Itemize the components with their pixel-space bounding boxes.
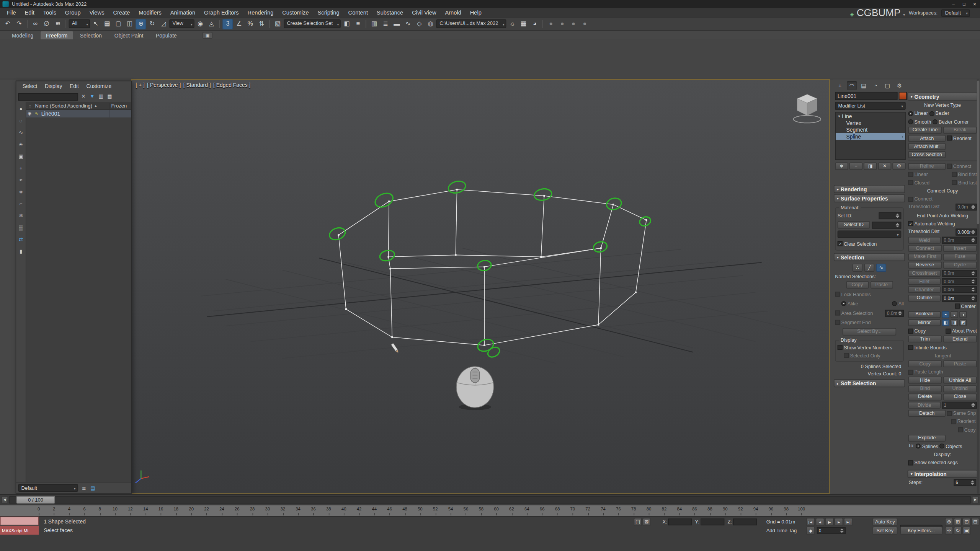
detach-button[interactable]: Detach [908, 410, 946, 417]
area-selection-field[interactable]: 0.0m [885, 310, 904, 316]
tab-utilities[interactable]: ⚙ [894, 81, 904, 90]
explorer-menu-edit[interactable]: Edit [66, 83, 83, 89]
stack-item-line[interactable]: ▾ Line [836, 112, 905, 119]
geometry-rollout-header[interactable]: ▾ Geometry [908, 93, 978, 101]
redo-icon[interactable]: ↷ [14, 18, 24, 29]
menu-edit[interactable]: Edit [20, 9, 39, 15]
threshold-dist-field[interactable]: 0.0m [956, 204, 977, 211]
copy-button[interactable]: Copy [846, 281, 869, 289]
object-name-field[interactable]: Line001 [835, 92, 897, 100]
timeline-ruler[interactable]: 0246810121416182022242628303234363840424… [0, 505, 980, 516]
render-production-icon[interactable]: ◕ [529, 18, 540, 29]
connect-button[interactable]: Connect [908, 245, 942, 252]
menu-substance[interactable]: Substance [372, 9, 407, 15]
select-by-name-icon[interactable]: ▤ [102, 18, 113, 29]
menu-civil-view[interactable]: Civil View [408, 9, 441, 15]
break-button[interactable]: Break [943, 127, 977, 134]
unbind-button[interactable]: Unbind [943, 385, 977, 392]
mirror-button[interactable]: Mirror [908, 319, 941, 326]
objects-radio[interactable]: Objects [939, 443, 962, 450]
vertex-icon[interactable]: ∴ [853, 264, 862, 272]
linear-radio[interactable]: Linear [908, 110, 928, 117]
use-center-flyout-icon[interactable]: ◉ [195, 18, 206, 29]
connect-checkbox[interactable]: Connect [947, 163, 971, 170]
reverse-button[interactable]: Reverse [908, 262, 942, 269]
hide-button[interactable]: Hide [908, 377, 942, 384]
reorient-checkbox[interactable]: Reorient [951, 419, 975, 424]
selection-rollout-header[interactable]: ▾ Selection [834, 253, 905, 261]
make-unique-icon[interactable]: ◨ [864, 162, 877, 170]
spinner-icon[interactable] [898, 310, 902, 316]
add-time-tag[interactable]: Add Time Tag [766, 528, 797, 534]
extend-button[interactable]: Extend [943, 336, 977, 342]
isolate-selection-toggle-icon[interactable]: ▢ [634, 518, 642, 526]
scrollbar-thumb[interactable] [977, 81, 980, 225]
delete-button[interactable]: Delete [908, 393, 942, 400]
menu-modifiers[interactable]: Modifiers [134, 9, 166, 15]
chamfer-button[interactable]: Chamfer [908, 286, 941, 293]
paste-button[interactable]: Paste [943, 360, 977, 367]
project-folder-field[interactable]: C:\Users\UI...ds Max 2022 [436, 20, 506, 28]
menu-file[interactable]: File [3, 9, 21, 15]
area-selection-checkbox[interactable]: Area Selection [835, 310, 883, 316]
spinner-icon[interactable] [896, 213, 900, 218]
stack-item-vertex[interactable]: Vertex ▪ [836, 119, 905, 126]
display-filter-icon[interactable]: ▼ [88, 93, 96, 101]
unhide-all-button[interactable]: Unhide All [943, 377, 977, 384]
tab-modify[interactable]: ◠ [847, 81, 857, 90]
rendering-rollout-header[interactable]: ▸ Rendering [834, 185, 905, 193]
menu-rendering[interactable]: Rendering [243, 9, 278, 15]
boolean-union-icon[interactable]: ◓ [942, 311, 949, 318]
soft-selection-rollout-header[interactable]: ▸ Soft Selection [834, 379, 905, 387]
center-checkbox[interactable]: Center [955, 303, 976, 309]
orbit-icon[interactable]: ↻ [954, 527, 962, 535]
toggle-scene-explorer-icon[interactable]: ▥ [369, 18, 380, 29]
show-selected-segs-checkbox[interactable]: Show selected segs [908, 459, 958, 466]
viewport-general-menu[interactable]: [ + ] [136, 82, 145, 88]
ribbon-config-icon[interactable]: ▣ [203, 32, 212, 39]
next-frame-icon[interactable]: ► [835, 518, 843, 526]
spinner-icon[interactable] [971, 479, 975, 485]
viewport-pov-menu[interactable]: [ Perspective ] [147, 82, 181, 88]
create-line-button[interactable]: Create Line [908, 127, 942, 134]
toggle-ribbon-icon[interactable]: ▬ [392, 18, 402, 29]
maximize-viewport-toggle-icon[interactable]: ▣ [962, 527, 970, 535]
divide-value-field[interactable]: 1 [942, 402, 977, 409]
configure-columns-icon[interactable]: ▦ [106, 93, 114, 101]
crossinsert-button[interactable]: CrossInsert [908, 270, 941, 277]
make-first-button[interactable]: Make First [908, 253, 942, 260]
close-button[interactable]: ✕ [969, 0, 980, 8]
tab-motion[interactable]: ◔ [871, 81, 880, 90]
menu-animation[interactable]: Animation [166, 9, 199, 15]
spinner-icon[interactable] [840, 528, 844, 534]
viewport-shading-menu[interactable]: [ Edged Faces ] [213, 82, 250, 88]
bezier-radio[interactable]: Bezier [929, 110, 949, 117]
spinner-snap-toggle-icon[interactable]: ⇅ [256, 18, 267, 29]
zoom-extents-icon[interactable]: ⊡ [962, 518, 970, 526]
closed-checkbox[interactable]: Closed [908, 179, 951, 186]
spinner-icon[interactable] [971, 279, 975, 284]
explorer-search-input[interactable] [18, 93, 78, 100]
unlink-selection-icon[interactable]: ∅ [41, 18, 52, 29]
menu-content[interactable]: Content [344, 9, 372, 15]
explorer-menu-customize[interactable]: Customize [83, 83, 115, 89]
select-and-manipulate-icon[interactable]: ◬ [206, 18, 217, 29]
bezier-corner-radio[interactable]: Bezier Corner [933, 118, 969, 125]
rendered-frame-window-icon[interactable]: ▦ [518, 18, 529, 29]
select-and-link-icon[interactable]: ∞ [30, 18, 41, 29]
reorient-checkbox[interactable]: Reorient [947, 135, 971, 142]
perspective-viewport[interactable]: [ + ] [ Perspective ] [ Standard ] [ Edg… [131, 79, 830, 493]
boolean-subtraction-icon[interactable]: ◒ [951, 311, 958, 318]
menu-tools[interactable]: Tools [39, 9, 60, 15]
auto-key-button[interactable]: Auto Key [872, 518, 897, 526]
select-and-rotate-icon[interactable]: ↻ [147, 18, 158, 29]
divide-button[interactable]: Divide [908, 402, 941, 409]
weld-value-field[interactable]: 0.0m [942, 237, 977, 244]
ribbon-tab-populate[interactable]: Populate [150, 31, 182, 39]
attach-mult-button[interactable]: Attach Mult. [908, 143, 946, 150]
tab-hierarchy[interactable]: ▤ [859, 81, 869, 90]
stack-item-segment[interactable]: Segment ▪ [836, 126, 905, 133]
spinner-icon[interactable] [971, 287, 975, 293]
angle-snap-toggle-icon[interactable]: ∠ [234, 18, 245, 29]
mirror-horizontally-icon[interactable]: ◧ [942, 319, 949, 326]
